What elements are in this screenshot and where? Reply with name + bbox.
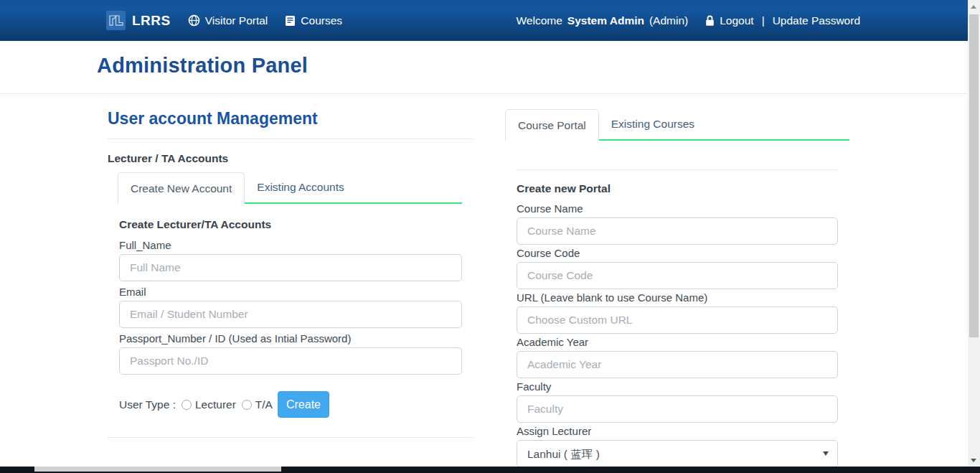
account-tabs: Create New Account Existing Accounts	[118, 172, 462, 204]
create-portal-heading: Create new Portal	[517, 182, 838, 195]
user-type-label: User Type :	[119, 398, 176, 411]
tab-course-portal[interactable]: Course Portal	[505, 109, 599, 141]
course-code-label: Course Code	[517, 246, 838, 260]
radio-lecturer[interactable]	[182, 400, 192, 410]
navbar-user-area: Welcome System Admin (Admin) Logout | Up…	[517, 14, 860, 27]
course-name-group: Course Name	[517, 202, 838, 245]
create-account-form-heading: Create Lecturer/TA Accounts	[119, 218, 462, 231]
passport-group: Passport_Number / ID (Used as Intial Pas…	[119, 332, 462, 375]
create-button[interactable]: Create	[278, 391, 329, 418]
logout-link[interactable]: Logout	[720, 14, 753, 27]
academic-year-group: Academic Year	[517, 335, 838, 378]
user-type-row: User Type : Lecturer T/A Create	[119, 391, 462, 418]
update-password-link[interactable]: Update Password	[773, 14, 860, 27]
radio-ta[interactable]	[242, 400, 252, 410]
course-code-group: Course Code	[517, 246, 838, 289]
user-role: (Admin)	[649, 14, 688, 27]
screen: LRRS Visitor Portal	[0, 0, 980, 473]
passport-label: Passport_Number / ID (Used as Intial Pas…	[119, 332, 462, 345]
horizontal-scrollbar-thumb[interactable]	[34, 467, 281, 472]
welcome-text: Welcome	[517, 14, 562, 27]
assign-lecturer-group: Assign Lecturer Lanhui ( 蓝珲 )	[517, 424, 838, 467]
tab-create-new-account[interactable]: Create New Account	[118, 172, 245, 204]
left-panel-title: User account Management	[108, 108, 473, 129]
navbar: LRRS Visitor Portal	[0, 0, 968, 41]
lock-icon	[705, 15, 715, 27]
lrrs-logo-icon	[106, 11, 126, 30]
nav-separator: |	[762, 14, 765, 27]
academic-year-input[interactable]	[517, 351, 838, 378]
account-tabs-underline: Existing Accounts	[245, 172, 462, 204]
nav-link-label: Visitor Portal	[205, 14, 268, 27]
full-name-label: Full_Name	[119, 239, 462, 251]
scroll-down-arrow-icon[interactable]	[971, 459, 976, 462]
tab-existing-courses[interactable]: Existing Courses	[599, 118, 707, 131]
assign-lecturer-label: Assign Lecturer	[517, 424, 838, 438]
page-title: Administration Panel	[97, 54, 308, 78]
lecturer-ta-accounts-label: Lecturer / TA Accounts	[108, 152, 473, 165]
faculty-input[interactable]	[517, 395, 838, 423]
custom-url-label: URL (Leave blank to use Course Name)	[517, 291, 838, 304]
course-tabs: Course Portal Existing Courses	[505, 109, 849, 141]
radio-ta-label[interactable]: T/A	[255, 398, 273, 411]
email-input[interactable]	[119, 301, 462, 328]
divider	[108, 139, 473, 139]
user-account-management-panel: User account Management Lecturer / TA Ac…	[108, 103, 473, 438]
nav-link-visitor-portal[interactable]: Visitor Portal	[188, 14, 268, 27]
course-tabs-underline: Existing Courses	[599, 109, 849, 141]
page-header: Administration Panel	[0, 41, 968, 94]
academic-year-label: Academic Year	[517, 335, 838, 349]
tab-existing-accounts[interactable]: Existing Accounts	[245, 181, 356, 194]
book-icon	[285, 15, 296, 27]
course-code-input[interactable]	[517, 262, 838, 289]
nav-links: Visitor Portal Courses	[188, 14, 342, 27]
create-portal-form: Create new Portal Course Name Course Cod…	[505, 169, 849, 473]
course-name-label: Course Name	[517, 202, 838, 215]
custom-url-group: URL (Leave blank to use Course Name)	[517, 291, 838, 334]
full-name-input[interactable]	[119, 254, 462, 281]
radio-lecturer-label[interactable]: Lecturer	[195, 398, 236, 411]
vertical-scrollbar	[968, 0, 980, 467]
full-name-group: Full_Name	[119, 239, 462, 281]
vertical-scrollbar-thumb[interactable]	[969, 14, 979, 337]
create-account-form: Create Lecturer/TA Accounts Full_Name Em…	[108, 204, 473, 418]
passport-input[interactable]	[119, 347, 462, 375]
divider	[108, 437, 473, 438]
email-label: Email	[119, 286, 462, 298]
scroll-up-arrow-icon[interactable]	[971, 5, 976, 9]
brand-label: LRRS	[132, 13, 171, 29]
faculty-group: Faculty	[517, 380, 838, 423]
assign-lecturer-select[interactable]: Lanhui ( 蓝珲 )	[517, 440, 838, 467]
divider	[517, 169, 838, 170]
custom-url-input[interactable]	[517, 306, 838, 334]
user-name: System Admin	[567, 14, 644, 27]
globe-icon	[188, 14, 200, 27]
course-name-input[interactable]	[517, 217, 838, 245]
course-portal-panel: Course Portal Existing Courses Create ne…	[505, 109, 849, 473]
faculty-label: Faculty	[517, 380, 838, 393]
nav-link-label: Courses	[301, 14, 342, 27]
email-group: Email	[119, 286, 462, 328]
brand[interactable]: LRRS	[106, 11, 171, 30]
nav-link-courses[interactable]: Courses	[285, 14, 342, 27]
